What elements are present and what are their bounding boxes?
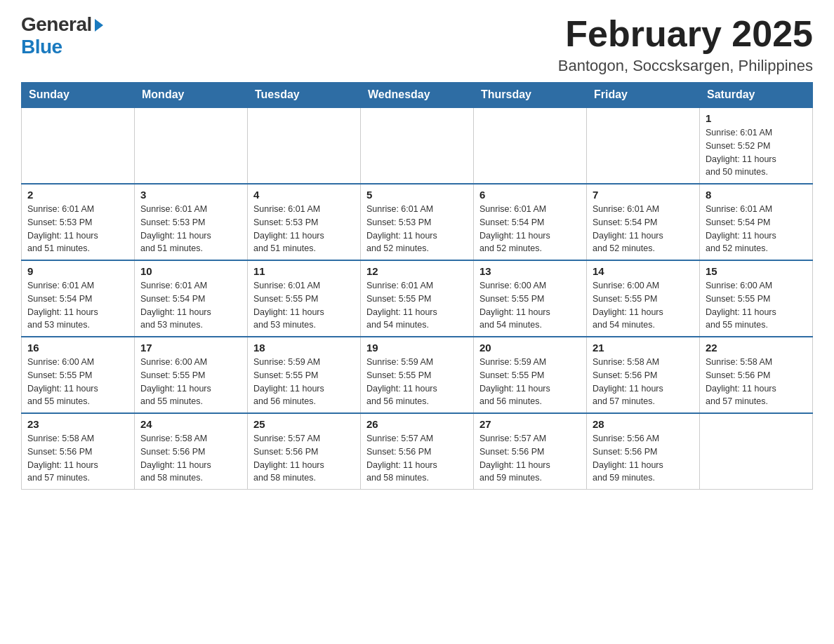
calendar-cell <box>248 107 361 184</box>
calendar-cell <box>135 107 248 184</box>
calendar-cell: 6Sunrise: 6:01 AM Sunset: 5:54 PM Daylig… <box>474 184 587 260</box>
day-number: 23 <box>27 418 128 430</box>
day-info: Sunrise: 5:57 AM Sunset: 5:56 PM Dayligh… <box>366 432 468 485</box>
day-number: 19 <box>366 342 468 354</box>
calendar-cell: 22Sunrise: 5:58 AM Sunset: 5:56 PM Dayli… <box>700 337 813 413</box>
calendar-week-row: 16Sunrise: 6:00 AM Sunset: 5:55 PM Dayli… <box>22 337 813 413</box>
day-info: Sunrise: 6:01 AM Sunset: 5:54 PM Dayligh… <box>140 279 241 332</box>
day-info: Sunrise: 6:01 AM Sunset: 5:55 PM Dayligh… <box>253 279 355 332</box>
day-number: 21 <box>593 342 694 354</box>
calendar-cell: 8Sunrise: 6:01 AM Sunset: 5:54 PM Daylig… <box>700 184 813 260</box>
calendar-cell: 5Sunrise: 6:01 AM Sunset: 5:53 PM Daylig… <box>361 184 474 260</box>
day-info: Sunrise: 5:59 AM Sunset: 5:55 PM Dayligh… <box>253 356 355 408</box>
calendar-cell: 21Sunrise: 5:58 AM Sunset: 5:56 PM Dayli… <box>587 337 700 413</box>
day-info: Sunrise: 5:58 AM Sunset: 5:56 PM Dayligh… <box>27 432 128 485</box>
logo-general-text: General <box>21 14 92 36</box>
calendar-cell <box>361 107 474 184</box>
day-info: Sunrise: 6:01 AM Sunset: 5:55 PM Dayligh… <box>366 279 468 332</box>
day-number: 3 <box>140 189 241 201</box>
day-info: Sunrise: 6:00 AM Sunset: 5:55 PM Dayligh… <box>706 279 807 332</box>
calendar-cell: 2Sunrise: 6:01 AM Sunset: 5:53 PM Daylig… <box>22 184 135 260</box>
day-number: 9 <box>27 265 128 277</box>
day-info: Sunrise: 5:57 AM Sunset: 5:56 PM Dayligh… <box>253 432 355 485</box>
calendar-cell: 27Sunrise: 5:57 AM Sunset: 5:56 PM Dayli… <box>474 413 587 490</box>
calendar-cell: 7Sunrise: 6:01 AM Sunset: 5:54 PM Daylig… <box>587 184 700 260</box>
calendar-cell: 10Sunrise: 6:01 AM Sunset: 5:54 PM Dayli… <box>135 260 248 337</box>
day-number: 2 <box>27 189 128 201</box>
day-number: 1 <box>706 112 807 124</box>
calendar-cell: 3Sunrise: 6:01 AM Sunset: 5:53 PM Daylig… <box>135 184 248 260</box>
day-number: 27 <box>479 418 581 430</box>
day-info: Sunrise: 6:01 AM Sunset: 5:53 PM Dayligh… <box>366 203 468 255</box>
calendar-header: SundayMondayTuesdayWednesdayThursdayFrid… <box>22 83 813 108</box>
day-number: 13 <box>479 265 581 277</box>
calendar-cell: 17Sunrise: 6:00 AM Sunset: 5:55 PM Dayli… <box>135 337 248 413</box>
calendar-cell: 28Sunrise: 5:56 AM Sunset: 5:56 PM Dayli… <box>587 413 700 490</box>
weekday-header-wednesday: Wednesday <box>361 83 474 108</box>
day-info: Sunrise: 5:59 AM Sunset: 5:55 PM Dayligh… <box>366 356 468 408</box>
day-info: Sunrise: 6:01 AM Sunset: 5:53 PM Dayligh… <box>253 203 355 255</box>
weekday-header-friday: Friday <box>587 83 700 108</box>
day-info: Sunrise: 6:01 AM Sunset: 5:54 PM Dayligh… <box>479 203 581 255</box>
day-number: 20 <box>479 342 581 354</box>
calendar-subtitle: Bantogon, Soccsksargen, Philippines <box>558 57 813 75</box>
calendar-table: SundayMondayTuesdayWednesdayThursdayFrid… <box>21 82 813 490</box>
day-info: Sunrise: 5:57 AM Sunset: 5:56 PM Dayligh… <box>479 432 581 485</box>
weekday-header-monday: Monday <box>135 83 248 108</box>
header-row: SundayMondayTuesdayWednesdayThursdayFrid… <box>22 83 813 108</box>
day-info: Sunrise: 6:00 AM Sunset: 5:55 PM Dayligh… <box>27 356 128 408</box>
day-number: 6 <box>479 189 581 201</box>
day-number: 16 <box>27 342 128 354</box>
day-number: 15 <box>706 265 807 277</box>
calendar-cell: 4Sunrise: 6:01 AM Sunset: 5:53 PM Daylig… <box>248 184 361 260</box>
day-info: Sunrise: 6:00 AM Sunset: 5:55 PM Dayligh… <box>479 279 581 332</box>
weekday-header-saturday: Saturday <box>700 83 813 108</box>
day-number: 4 <box>253 189 355 201</box>
calendar-cell <box>474 107 587 184</box>
calendar-title: February 2025 <box>558 14 813 54</box>
calendar-cell: 24Sunrise: 5:58 AM Sunset: 5:56 PM Dayli… <box>135 413 248 490</box>
calendar-body: 1Sunrise: 6:01 AM Sunset: 5:52 PM Daylig… <box>22 107 813 490</box>
calendar-cell: 19Sunrise: 5:59 AM Sunset: 5:55 PM Dayli… <box>361 337 474 413</box>
day-info: Sunrise: 6:01 AM Sunset: 5:53 PM Dayligh… <box>140 203 241 255</box>
day-info: Sunrise: 6:00 AM Sunset: 5:55 PM Dayligh… <box>593 279 694 332</box>
calendar-cell <box>22 107 135 184</box>
weekday-header-tuesday: Tuesday <box>248 83 361 108</box>
day-info: Sunrise: 6:01 AM Sunset: 5:53 PM Dayligh… <box>27 203 128 255</box>
calendar-cell: 25Sunrise: 5:57 AM Sunset: 5:56 PM Dayli… <box>248 413 361 490</box>
calendar-cell <box>587 107 700 184</box>
calendar-week-row: 9Sunrise: 6:01 AM Sunset: 5:54 PM Daylig… <box>22 260 813 337</box>
day-number: 5 <box>366 189 468 201</box>
calendar-cell: 14Sunrise: 6:00 AM Sunset: 5:55 PM Dayli… <box>587 260 700 337</box>
calendar-cell: 20Sunrise: 5:59 AM Sunset: 5:55 PM Dayli… <box>474 337 587 413</box>
calendar-week-row: 2Sunrise: 6:01 AM Sunset: 5:53 PM Daylig… <box>22 184 813 260</box>
day-info: Sunrise: 6:00 AM Sunset: 5:55 PM Dayligh… <box>140 356 241 408</box>
day-number: 17 <box>140 342 241 354</box>
title-section: February 2025 Bantogon, Soccsksargen, Ph… <box>558 14 813 75</box>
day-info: Sunrise: 5:56 AM Sunset: 5:56 PM Dayligh… <box>593 432 694 485</box>
day-number: 11 <box>253 265 355 277</box>
calendar-cell: 18Sunrise: 5:59 AM Sunset: 5:55 PM Dayli… <box>248 337 361 413</box>
day-info: Sunrise: 6:01 AM Sunset: 5:54 PM Dayligh… <box>593 203 694 255</box>
logo-blue-text: Blue <box>21 36 62 58</box>
calendar-cell: 9Sunrise: 6:01 AM Sunset: 5:54 PM Daylig… <box>22 260 135 337</box>
day-number: 25 <box>253 418 355 430</box>
calendar-cell: 1Sunrise: 6:01 AM Sunset: 5:52 PM Daylig… <box>700 107 813 184</box>
day-number: 8 <box>706 189 807 201</box>
calendar-cell: 16Sunrise: 6:00 AM Sunset: 5:55 PM Dayli… <box>22 337 135 413</box>
calendar-week-row: 1Sunrise: 6:01 AM Sunset: 5:52 PM Daylig… <box>22 107 813 184</box>
day-number: 18 <box>253 342 355 354</box>
day-info: Sunrise: 6:01 AM Sunset: 5:52 PM Dayligh… <box>706 126 807 179</box>
day-number: 26 <box>366 418 468 430</box>
day-number: 14 <box>593 265 694 277</box>
day-info: Sunrise: 5:58 AM Sunset: 5:56 PM Dayligh… <box>140 432 241 485</box>
weekday-header-thursday: Thursday <box>474 83 587 108</box>
day-number: 10 <box>140 265 241 277</box>
day-info: Sunrise: 5:59 AM Sunset: 5:55 PM Dayligh… <box>479 356 581 408</box>
day-number: 22 <box>706 342 807 354</box>
logo-arrow-icon <box>95 19 103 32</box>
calendar-cell: 23Sunrise: 5:58 AM Sunset: 5:56 PM Dayli… <box>22 413 135 490</box>
day-info: Sunrise: 6:01 AM Sunset: 5:54 PM Dayligh… <box>706 203 807 255</box>
day-info: Sunrise: 5:58 AM Sunset: 5:56 PM Dayligh… <box>593 356 694 408</box>
calendar-cell: 11Sunrise: 6:01 AM Sunset: 5:55 PM Dayli… <box>248 260 361 337</box>
